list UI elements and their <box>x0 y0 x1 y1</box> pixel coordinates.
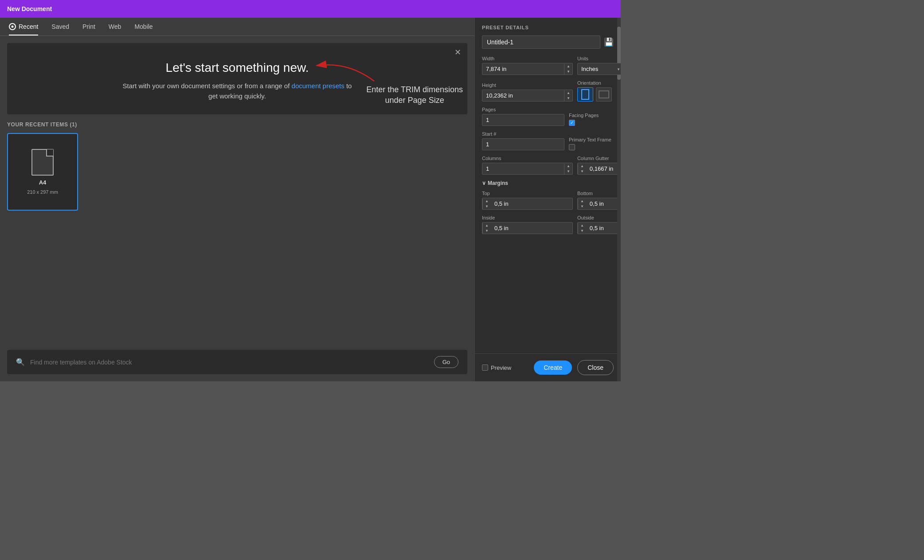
margin-outside-spinners: ▲ ▼ <box>578 223 586 234</box>
margin-inside-label: Inside <box>482 215 573 220</box>
width-input-wrap: ▲ ▼ <box>482 63 573 75</box>
preview-checkbox[interactable] <box>482 364 488 371</box>
primary-text-frame-group: Primary Text Frame <box>569 137 614 150</box>
column-gutter-decrement-button[interactable]: ▼ <box>578 169 586 174</box>
preset-name-input[interactable] <box>482 35 600 49</box>
pages-facingpages-row: Pages Facing Pages ✓ <box>482 107 614 126</box>
margin-top-label: Top <box>482 191 573 196</box>
tab-saved[interactable]: Saved <box>51 23 69 35</box>
create-button[interactable]: Create <box>534 360 572 375</box>
facing-pages-checkbox[interactable]: ✓ <box>569 120 575 126</box>
margin-inside-spinners: ▲ ▼ <box>482 223 491 234</box>
margin-bottom-decrement-button[interactable]: ▼ <box>578 204 586 209</box>
width-label: Width <box>482 56 573 61</box>
tab-web[interactable]: Web <box>109 23 121 35</box>
margin-bottom-input-wrap: ▲ ▼ <box>577 198 621 210</box>
pages-input[interactable] <box>482 114 564 125</box>
search-input[interactable] <box>30 359 429 366</box>
height-decrement-button[interactable]: ▼ <box>564 96 572 101</box>
search-bar: 🔍 Go <box>7 350 467 374</box>
columns-decrement-button[interactable]: ▼ <box>564 169 572 174</box>
width-units-row: Width ▲ ▼ Units Inches Millimet <box>482 56 614 75</box>
tab-recent[interactable]: Recent <box>9 23 38 35</box>
facing-pages-group: Facing Pages ✓ <box>569 113 614 126</box>
margin-outside-input-wrap: ▲ ▼ <box>577 222 621 234</box>
margin-inside-increment-button[interactable]: ▲ <box>483 223 491 228</box>
preset-details-label: PRESET DETAILS <box>482 25 614 30</box>
primary-text-frame-checkbox[interactable] <box>569 144 575 150</box>
height-label: Height <box>482 82 573 88</box>
preview-check-wrap: Preview <box>482 364 529 371</box>
units-select-wrap: Inches Millimeters Centimeters Points Pi… <box>577 63 621 75</box>
portrait-button[interactable] <box>577 87 593 102</box>
height-input-wrap: ▲ ▼ <box>482 90 573 102</box>
column-gutter-spinners: ▲ ▼ <box>578 164 586 174</box>
margin-top-input[interactable] <box>491 198 572 209</box>
margin-inside-input[interactable] <box>491 223 572 234</box>
column-gutter-input[interactable] <box>586 163 621 174</box>
content-area: ✕ Let's start something new. Start with … <box>0 36 474 381</box>
margin-inside-decrement-button[interactable]: ▼ <box>483 228 491 234</box>
columns-input-wrap: ▲ ▼ <box>482 163 573 175</box>
units-group: Units Inches Millimeters Centimeters Poi… <box>577 56 621 75</box>
window-title: New Document <box>7 5 52 12</box>
startnum-input[interactable] <box>482 139 564 150</box>
pages-label: Pages <box>482 107 564 112</box>
tab-print[interactable]: Print <box>82 23 95 35</box>
width-decrement-button[interactable]: ▼ <box>564 69 572 74</box>
top-bottom-row: Top ▲ ▼ Bottom ▲ ▼ <box>482 191 614 210</box>
landscape-icon <box>599 90 609 98</box>
margin-top-decrement-button[interactable]: ▼ <box>483 204 491 209</box>
margins-section-header[interactable]: ∨ Margins <box>482 180 614 186</box>
margin-top-increment-button[interactable]: ▲ <box>483 199 491 204</box>
height-input[interactable] <box>482 90 564 101</box>
tab-web-label: Web <box>109 23 121 30</box>
tab-saved-label: Saved <box>51 23 69 30</box>
hero-close-button[interactable]: ✕ <box>454 48 461 56</box>
columns-increment-button[interactable]: ▲ <box>564 164 572 169</box>
margin-bottom-label: Bottom <box>577 191 621 196</box>
height-increment-button[interactable]: ▲ <box>564 90 572 96</box>
hero-box: ✕ Let's start something new. Start with … <box>7 43 467 114</box>
document-presets-link[interactable]: document presets <box>292 82 345 90</box>
margin-outside-input[interactable] <box>586 223 621 234</box>
orientation-buttons <box>577 87 614 102</box>
landscape-button[interactable] <box>596 87 612 102</box>
margin-outside-group: Outside ▲ ▼ <box>577 215 621 234</box>
pages-group: Pages <box>482 107 564 126</box>
column-gutter-increment-button[interactable]: ▲ <box>578 164 586 169</box>
save-preset-button[interactable]: 💾 <box>604 37 614 47</box>
width-increment-button[interactable]: ▲ <box>564 64 572 69</box>
tab-mobile[interactable]: Mobile <box>134 23 153 35</box>
margin-outside-increment-button[interactable]: ▲ <box>578 223 586 228</box>
right-panel: PRESET DETAILS 💾 Width ▲ ▼ <box>474 18 621 381</box>
recent-item-size: 210 x 297 mm <box>27 189 58 195</box>
width-spinners: ▲ ▼ <box>564 64 572 74</box>
margins-chevron-icon: ∨ <box>482 180 486 186</box>
recent-item[interactable]: A4 210 x 297 mm <box>7 133 78 211</box>
checkbox-checkmark: ✓ <box>570 121 574 125</box>
columns-group: Columns ▲ ▼ <box>482 156 573 175</box>
startnum-group: Start # <box>482 131 564 150</box>
column-gutter-group: Column Gutter ▲ ▼ <box>577 156 621 175</box>
margin-inside-group: Inside ▲ ▼ <box>482 215 573 234</box>
left-panel: Recent Saved Print Web Mobile ✕ Let's st… <box>0 18 474 381</box>
facing-pages-label: Facing Pages <box>569 113 614 118</box>
margin-bottom-increment-button[interactable]: ▲ <box>578 199 586 204</box>
close-button[interactable]: Close <box>577 360 614 375</box>
margin-bottom-input[interactable] <box>586 198 621 209</box>
orientation-label: Orientation <box>577 80 614 86</box>
width-input[interactable] <box>482 63 564 74</box>
hero-subtitle-line2: get working quickly. <box>208 92 266 100</box>
search-go-button[interactable]: Go <box>434 356 458 368</box>
margin-outside-decrement-button[interactable]: ▼ <box>578 228 586 234</box>
recent-item-name: A4 <box>39 179 47 186</box>
units-select[interactable]: Inches Millimeters Centimeters Points Pi… <box>577 63 621 75</box>
tab-recent-label: Recent <box>19 23 38 30</box>
height-group: Height ▲ ▼ <box>482 82 573 102</box>
primary-text-frame-label: Primary Text Frame <box>569 137 614 142</box>
recent-section: YOUR RECENT ITEMS (1) A4 210 x 297 mm <box>7 121 467 343</box>
startnum-input-wrap <box>482 138 564 150</box>
columns-input[interactable] <box>482 163 564 174</box>
margin-inside-input-wrap: ▲ ▼ <box>482 222 573 234</box>
